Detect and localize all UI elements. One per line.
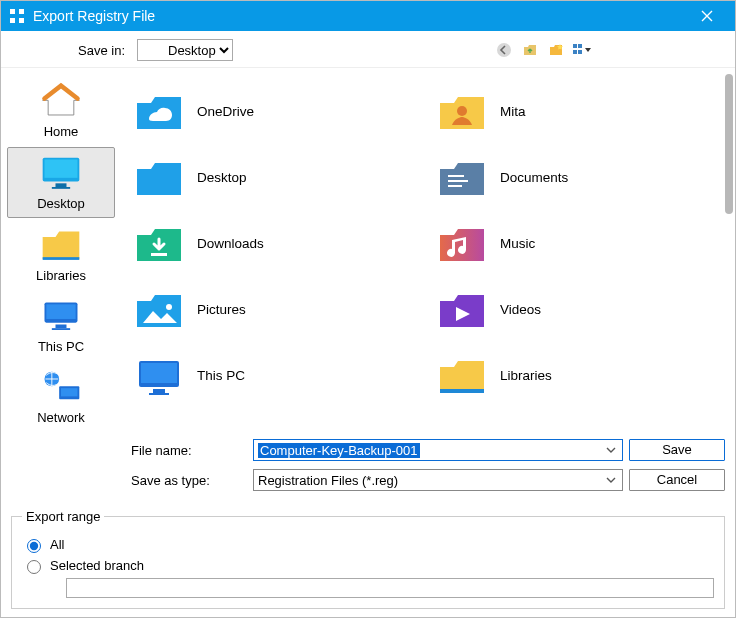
libraries-big-icon [438, 353, 486, 397]
file-item-onedrive[interactable]: OneDrive [129, 78, 426, 144]
file-item-thispc[interactable]: This PC [129, 342, 426, 408]
sidebar-item-libraries[interactable]: Libraries [7, 220, 115, 289]
file-item-pictures[interactable]: Pictures [129, 276, 426, 342]
back-button[interactable] [493, 39, 515, 61]
svg-rect-7 [573, 44, 577, 48]
file-name-input[interactable]: Computer-Key-Backup-001 [253, 439, 623, 461]
vertical-scrollbar[interactable] [725, 74, 733, 214]
places-sidebar: Home Desktop Libraries This PC [1, 68, 121, 509]
export-all-label: All [50, 537, 64, 552]
file-name-label: File name: [127, 443, 247, 458]
selected-branch-input[interactable] [66, 578, 714, 598]
network-icon [39, 368, 83, 406]
cancel-button[interactable]: Cancel [629, 469, 725, 491]
chevron-down-icon [604, 473, 618, 487]
up-level-button[interactable] [519, 39, 541, 61]
svg-point-6 [497, 43, 511, 57]
sidebar-item-home[interactable]: Home [7, 76, 115, 145]
export-range-legend: Export range [22, 509, 104, 524]
svg-rect-27 [151, 253, 167, 256]
downloads-folder-icon [135, 221, 183, 265]
svg-rect-12 [44, 159, 77, 177]
sidebar-item-label: Home [7, 124, 115, 139]
svg-rect-25 [448, 180, 468, 182]
save-in-toolbar: Save in: Desktop [1, 31, 735, 67]
svg-rect-15 [43, 257, 80, 260]
file-item-downloads[interactable]: Downloads [129, 210, 426, 276]
file-item-label: OneDrive [197, 104, 254, 119]
close-icon [701, 10, 713, 22]
svg-rect-14 [52, 187, 70, 189]
file-item-label: This PC [197, 368, 245, 383]
new-folder-icon [548, 42, 564, 58]
folder-contents: OneDrive Mita Desktop [121, 68, 735, 433]
sidebar-item-label: Libraries [7, 268, 115, 283]
svg-rect-0 [10, 9, 15, 14]
file-item-label: Pictures [197, 302, 246, 317]
file-item-videos[interactable]: Videos [432, 276, 729, 342]
svg-rect-8 [578, 44, 582, 48]
save-type-label: Save as type: [127, 473, 247, 488]
export-selected-label: Selected branch [50, 558, 144, 573]
documents-folder-icon [438, 155, 486, 199]
videos-folder-icon [438, 287, 486, 331]
svg-rect-24 [448, 175, 464, 177]
chevron-down-icon [604, 443, 618, 457]
file-item-libraries[interactable]: Libraries [432, 342, 729, 408]
svg-rect-22 [61, 388, 77, 396]
export-range-group: Export range All Selected branch [11, 509, 725, 609]
libraries-folder-icon [39, 226, 83, 264]
file-item-label: Documents [500, 170, 568, 185]
svg-point-28 [166, 304, 172, 310]
back-arrow-icon [496, 42, 512, 58]
sidebar-item-network[interactable]: Network [7, 362, 115, 431]
sidebar-item-desktop[interactable]: Desktop [7, 147, 115, 218]
thispc-icon [39, 297, 83, 335]
file-name-value: Computer-Key-Backup-001 [258, 443, 420, 458]
thispc-big-icon [135, 353, 183, 397]
titlebar: Export Registry File [1, 1, 735, 31]
svg-rect-2 [10, 18, 15, 23]
file-item-label: Mita [500, 104, 526, 119]
file-item-label: Libraries [500, 368, 552, 383]
home-icon [39, 82, 83, 120]
file-item-label: Downloads [197, 236, 264, 251]
export-all-radio[interactable] [27, 539, 41, 553]
up-folder-icon [522, 42, 538, 58]
svg-rect-30 [141, 363, 177, 383]
close-button[interactable] [687, 1, 727, 31]
pictures-folder-icon [135, 287, 183, 331]
save-in-select[interactable]: Desktop [137, 39, 233, 61]
file-item-user[interactable]: Mita [432, 78, 729, 144]
file-item-label: Videos [500, 302, 541, 317]
save-button[interactable]: Save [629, 439, 725, 461]
svg-rect-10 [578, 50, 582, 54]
user-folder-icon [438, 89, 486, 133]
svg-rect-17 [46, 304, 75, 319]
file-item-music[interactable]: Music [432, 210, 729, 276]
file-item-label: Desktop [197, 170, 247, 185]
svg-rect-3 [19, 18, 24, 23]
sidebar-item-thispc[interactable]: This PC [7, 291, 115, 360]
save-type-select[interactable]: Registration Files (*.reg) [253, 469, 623, 491]
export-selected-radio[interactable] [27, 560, 41, 574]
svg-rect-26 [448, 185, 462, 187]
svg-rect-32 [149, 393, 169, 395]
desktop-monitor-icon [39, 154, 83, 192]
svg-rect-1 [19, 9, 24, 14]
file-item-desktop[interactable]: Desktop [129, 144, 426, 210]
view-menu-button[interactable] [571, 39, 593, 61]
sidebar-item-label: Desktop [8, 196, 114, 211]
file-item-documents[interactable]: Documents [432, 144, 729, 210]
new-folder-button[interactable] [545, 39, 567, 61]
save-in-label: Save in: [11, 43, 131, 58]
svg-rect-19 [52, 328, 70, 330]
svg-point-23 [457, 106, 467, 116]
onedrive-folder-icon [135, 89, 183, 133]
window-title: Export Registry File [33, 8, 155, 24]
svg-rect-33 [440, 389, 484, 393]
svg-rect-31 [153, 389, 165, 393]
music-folder-icon [438, 221, 486, 265]
file-item-label: Music [500, 236, 535, 251]
svg-rect-9 [573, 50, 577, 54]
